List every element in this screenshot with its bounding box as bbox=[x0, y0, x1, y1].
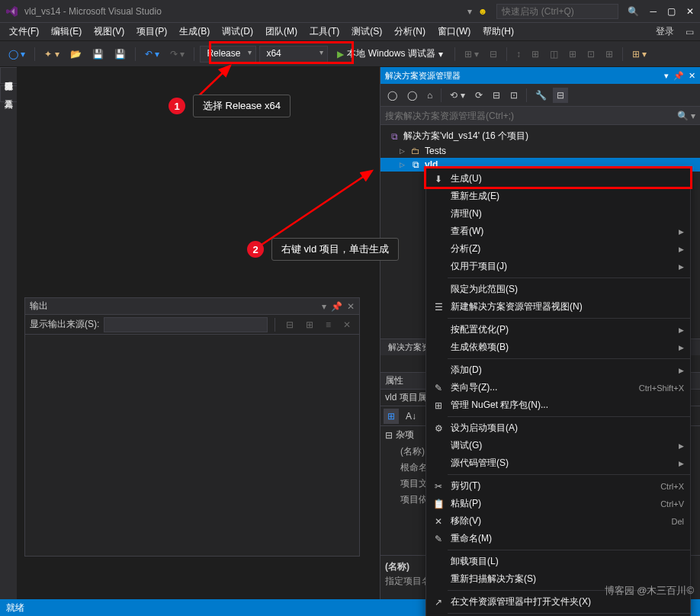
context-menu-item[interactable]: 调试(G)▶ bbox=[426, 437, 690, 454]
save-all-button[interactable]: 💾 bbox=[111, 47, 130, 62]
context-menu-icon: ⊞ bbox=[429, 400, 448, 411]
toolbar-misc-5[interactable]: ◫ bbox=[546, 47, 562, 62]
context-menu-item[interactable]: 清理(N) bbox=[426, 205, 690, 223]
expand-icon[interactable]: ▷ bbox=[397, 147, 406, 155]
sol-home-button[interactable]: ⌂ bbox=[423, 88, 436, 103]
nav-back-button[interactable]: ◯ ▾ bbox=[5, 47, 29, 62]
context-menu-item[interactable]: 添加(D)▶ bbox=[426, 361, 690, 379]
toolbar-misc-6[interactable]: ⊞ bbox=[565, 47, 580, 62]
quick-launch-input[interactable] bbox=[496, 4, 618, 19]
output-tb-2[interactable]: ⊞ bbox=[302, 317, 317, 332]
menu-tools[interactable]: 工具(T) bbox=[303, 23, 345, 40]
context-menu-label: 添加(D) bbox=[448, 364, 675, 377]
context-menu-item[interactable]: 📋粘贴(P)Ctrl+V bbox=[426, 495, 690, 512]
solution-dropdown-icon[interactable]: ▾ bbox=[664, 71, 669, 81]
solution-root[interactable]: ⧉ 解决方案'vld_vs14' (16 个项目) bbox=[381, 128, 700, 144]
server-explorer-tab[interactable]: 服务器资源管理器 bbox=[0, 67, 18, 84]
output-tb-1[interactable]: ⊟ bbox=[282, 317, 297, 332]
sol-collapse-button[interactable]: ⊟ bbox=[489, 88, 504, 103]
context-menu-item[interactable]: 限定为此范围(S) bbox=[426, 281, 690, 298]
output-pin-icon[interactable]: 📌 bbox=[331, 301, 342, 312]
output-source-select[interactable] bbox=[104, 317, 268, 332]
feedback-icon[interactable]: ☻ bbox=[478, 6, 488, 17]
context-menu-item[interactable]: ✕移除(V)Del bbox=[426, 512, 690, 530]
toolbar-misc-1[interactable]: ⊞ ▾ bbox=[461, 47, 483, 62]
context-menu-item[interactable]: 仅用于项目(J)▶ bbox=[426, 258, 690, 275]
menu-test[interactable]: 测试(S) bbox=[345, 23, 388, 40]
sol-preview-button[interactable]: ⊟ bbox=[553, 88, 568, 103]
solution-search[interactable]: 🔍 ▾ bbox=[381, 107, 700, 125]
save-button[interactable]: 💾 bbox=[88, 47, 108, 62]
toolbar-misc-4[interactable]: ⊞ bbox=[528, 47, 543, 62]
context-menu-item[interactable]: ⊞管理 NuGet 程序包(N)... bbox=[426, 396, 690, 414]
menu-edit[interactable]: 编辑(E) bbox=[45, 23, 88, 40]
account-icon[interactable]: ▭ bbox=[686, 27, 694, 37]
toolbox-tab[interactable]: 工具箱 bbox=[0, 85, 18, 102]
context-menu-item[interactable]: 生成依赖项(B)▶ bbox=[426, 338, 690, 356]
output-dropdown-icon[interactable]: ▾ bbox=[322, 301, 326, 312]
menu-view[interactable]: 视图(V) bbox=[88, 23, 130, 40]
menu-help[interactable]: 帮助(H) bbox=[477, 23, 520, 40]
minimize-button[interactable]: ─ bbox=[650, 6, 657, 17]
context-menu-item[interactable]: ✂剪切(T)Ctrl+X bbox=[426, 477, 690, 495]
notification-icon[interactable]: ▾ bbox=[467, 6, 472, 17]
context-menu-item[interactable]: 重新扫描解决方案(S) bbox=[426, 570, 690, 588]
context-menu-item[interactable]: ✎类向导(Z)...Ctrl+Shift+X bbox=[426, 379, 690, 396]
sol-fwd-button[interactable]: ◯ bbox=[403, 88, 421, 103]
menu-window[interactable]: 窗口(W) bbox=[432, 23, 477, 40]
menu-debug[interactable]: 调试(D) bbox=[216, 23, 259, 40]
debug-target-button[interactable]: ▶本地 Windows 调试器 ▾ bbox=[331, 46, 448, 62]
context-menu-item[interactable]: ↗在文件资源管理器中打开文件夹(X) bbox=[426, 593, 690, 611]
maximize-button[interactable]: ▢ bbox=[667, 6, 676, 17]
context-menu-item[interactable]: ✎重命名(M) bbox=[426, 530, 690, 547]
platform-selector[interactable]: x64 bbox=[259, 46, 328, 63]
solution-search-input[interactable] bbox=[385, 111, 677, 121]
menu-file[interactable]: 文件(F) bbox=[3, 23, 45, 40]
output-tb-3[interactable]: ≡ bbox=[322, 317, 335, 332]
toolbar-misc-9[interactable]: ⊞ ▾ bbox=[628, 47, 650, 62]
sol-sync-button[interactable]: ⟲ ▾ bbox=[446, 88, 468, 103]
sol-showall-button[interactable]: ⊡ bbox=[506, 88, 522, 103]
menu-team[interactable]: 团队(M) bbox=[259, 23, 303, 40]
context-menu-item[interactable]: 源代码管理(S)▶ bbox=[426, 454, 690, 472]
toolbar-misc-7[interactable]: ⊡ bbox=[583, 47, 599, 62]
output-title: 输出 bbox=[30, 300, 317, 313]
output-tb-4[interactable]: ✕ bbox=[339, 317, 355, 332]
menu-analyze[interactable]: 分析(N) bbox=[388, 23, 432, 40]
menu-project[interactable]: 项目(P) bbox=[130, 23, 173, 40]
search-go-icon[interactable]: 🔍 ▾ bbox=[677, 111, 695, 121]
context-menu-item[interactable]: ⚙设为启动项目(A) bbox=[426, 419, 690, 437]
new-item-button[interactable]: ✦ ▾ bbox=[40, 47, 63, 62]
categorize-button[interactable]: ⊞ bbox=[384, 409, 399, 424]
undo-button[interactable]: ↶ ▾ bbox=[141, 47, 163, 62]
context-menu-item[interactable]: 按配置优化(P)▶ bbox=[426, 321, 690, 338]
context-menu-icon: ✂ bbox=[429, 481, 448, 492]
redo-button[interactable]: ↷ ▾ bbox=[166, 47, 188, 62]
context-menu-item[interactable]: 卸载项目(L) bbox=[426, 553, 690, 570]
alphabetical-button[interactable]: A↓ bbox=[402, 409, 420, 424]
output-close-icon[interactable]: ✕ bbox=[347, 301, 355, 312]
search-icon[interactable]: 🔍 bbox=[628, 6, 639, 17]
sol-back-button[interactable]: ◯ bbox=[384, 88, 401, 103]
context-menu-item[interactable]: 重新生成(E) bbox=[426, 188, 690, 205]
open-file-button[interactable]: 📂 bbox=[66, 47, 85, 62]
solution-icon: ⧉ bbox=[388, 131, 400, 142]
tree-item-tests[interactable]: ▷ 🗀 Tests bbox=[381, 144, 700, 158]
close-button[interactable]: ✕ bbox=[686, 6, 694, 17]
expand-icon[interactable]: ▷ bbox=[397, 161, 406, 168]
sol-refresh-button[interactable]: ⟳ bbox=[471, 88, 486, 103]
toolbar-misc-2[interactable]: ⊟ bbox=[486, 47, 501, 62]
submenu-arrow-icon: ▶ bbox=[675, 245, 684, 253]
context-menu-icon: ⬇ bbox=[429, 174, 448, 184]
solution-close-icon[interactable]: ✕ bbox=[689, 71, 695, 81]
toolbar-misc-3[interactable]: ↕ bbox=[512, 47, 525, 62]
context-menu-item[interactable]: ☰新建解决方案资源管理器视图(N) bbox=[426, 298, 690, 316]
menu-build[interactable]: 生成(B) bbox=[173, 23, 216, 40]
config-selector[interactable]: Release bbox=[200, 46, 256, 63]
context-menu-item[interactable]: ⬇生成(U) bbox=[426, 170, 690, 188]
sol-properties-button[interactable]: 🔧 bbox=[531, 88, 551, 103]
context-menu-item[interactable]: 分析(Z)▶ bbox=[426, 240, 690, 258]
toolbar-misc-8[interactable]: ⊞ bbox=[602, 47, 617, 62]
context-menu-item[interactable]: 查看(W)▶ bbox=[426, 223, 690, 240]
solution-pin-icon[interactable]: 📌 bbox=[673, 71, 684, 81]
